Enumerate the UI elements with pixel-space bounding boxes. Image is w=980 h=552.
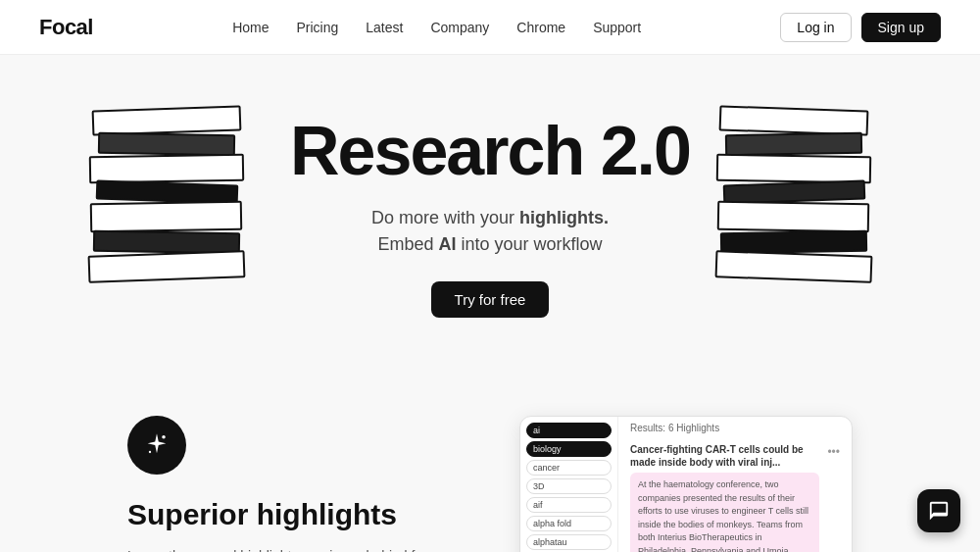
book-r1: [715, 250, 873, 283]
hero-books-right: [706, 84, 902, 280]
nav-home[interactable]: Home: [232, 20, 269, 35]
logo: Focal: [39, 15, 93, 40]
mock-chip-aif[interactable]: aif: [526, 497, 612, 513]
section2-right: ai biology cancer 3D aif alpha fold alph…: [519, 416, 853, 552]
section2-heading: Superior highlights: [127, 498, 461, 531]
book-r6: [725, 132, 862, 156]
book-l6: [98, 132, 235, 156]
hero-sub-plain: Do more with your: [371, 208, 519, 227]
hero-section: Research 2.0 Do more with your highlight…: [0, 55, 980, 357]
mock-content: Results: 6 Highlights Cancer-fighting CA…: [618, 417, 852, 552]
book-r7: [719, 105, 869, 135]
mock-chip-cancer[interactable]: cancer: [526, 460, 612, 476]
section2-body: Leave the manual highlight experience be…: [127, 545, 461, 552]
book-r5: [716, 154, 871, 184]
mock-results-label: Results: 6 Highlights: [618, 417, 852, 437]
book-l7: [92, 105, 242, 135]
section2-left: Superior highlights Leave the manual hig…: [127, 416, 461, 552]
mock-chip-ai[interactable]: ai: [526, 423, 612, 438]
try-free-button[interactable]: Try for free: [431, 281, 550, 318]
mock-chip-alphafold[interactable]: alpha fold: [526, 516, 612, 531]
login-button[interactable]: Log in: [780, 13, 851, 42]
book-l3: [90, 201, 242, 233]
book-l5: [89, 154, 244, 184]
section2-body-plain: Leave the manual highlight experience be…: [127, 548, 439, 552]
nav-latest[interactable]: Latest: [366, 20, 403, 35]
highlights-section: Superior highlights Leave the manual hig…: [0, 357, 980, 552]
hero-sub-line2-plain: Embed: [377, 234, 438, 254]
mock-item-1-left: Cancer-fighting CAR-T cells could be mad…: [630, 443, 819, 552]
nav-actions: Log in Sign up: [780, 13, 941, 42]
mock-ui-card: ai biology cancer 3D aif alpha fold alph…: [519, 416, 853, 552]
mock-item-1: Cancer-fighting CAR-T cells could be mad…: [618, 437, 852, 552]
nav-pricing[interactable]: Pricing: [296, 20, 338, 35]
chat-bubble[interactable]: [917, 489, 960, 532]
mock-main: ai biology cancer 3D aif alpha fold alph…: [520, 417, 852, 552]
nav-chrome[interactable]: Chrome: [516, 20, 565, 35]
mock-items: Cancer-fighting CAR-T cells could be mad…: [618, 437, 852, 552]
sparkle-icon: [143, 431, 171, 459]
hero-sub-bold: highlights.: [519, 208, 609, 227]
books-right-stack: [706, 84, 882, 280]
book-r3: [717, 201, 870, 233]
hero-title: Research 2.0: [290, 114, 690, 189]
svg-point-0: [162, 435, 166, 439]
nav-links: Home Pricing Latest Company Chrome Suppo…: [232, 20, 641, 35]
chat-icon: [928, 500, 950, 522]
mock-item-1-body: At the haematology conference, two compa…: [630, 473, 819, 552]
mock-item-1-title: Cancer-fighting CAR-T cells could be mad…: [630, 443, 819, 469]
hero-subtitle: Do more with your highlights. Embed AI i…: [371, 205, 609, 258]
mock-sidebar: ai biology cancer 3D aif alpha fold alph…: [520, 417, 618, 552]
nav-support[interactable]: Support: [593, 20, 641, 35]
svg-point-1: [149, 451, 151, 453]
navbar: Focal Home Pricing Latest Company Chrome…: [0, 0, 980, 55]
sparkle-icon-container: [127, 416, 186, 475]
mock-chip-3d[interactable]: 3D: [526, 478, 612, 494]
mock-chip-alphatau[interactable]: alphatau: [526, 534, 612, 550]
books-left-stack: [78, 84, 255, 280]
mock-chip-biology[interactable]: biology: [526, 441, 612, 457]
hero-sub-line2-rest: into your workflow: [456, 234, 602, 254]
hero-books-left: [78, 84, 274, 280]
nav-company[interactable]: Company: [430, 20, 489, 35]
signup-button[interactable]: Sign up: [861, 13, 941, 42]
mock-item-1-dots[interactable]: •••: [827, 443, 840, 461]
hero-sub-ai: AI: [438, 234, 456, 254]
book-l1: [88, 250, 246, 283]
